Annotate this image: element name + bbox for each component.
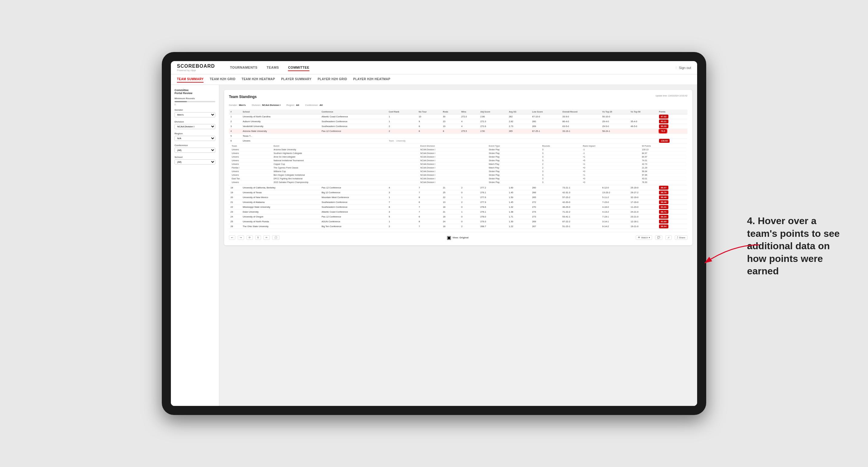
table-row[interactable]: 23 Duke University Atlantic Coast Confer… [229, 210, 687, 214]
table-row[interactable]: 20 University of New Mexico Mountain Wes… [229, 195, 687, 200]
table-row[interactable]: 25 University of North Florida ASUN Conf… [229, 219, 687, 224]
watch-button[interactable]: 👁 Watch ▾ [636, 235, 652, 240]
conf-rank-cell: 4 [387, 185, 417, 190]
table-row[interactable]: 5 Texas T... [229, 134, 687, 138]
avg-cell: 262 [507, 114, 530, 119]
event-team: Univers [230, 159, 272, 162]
sign-out-link[interactable]: Sign out [679, 66, 691, 69]
points-cell[interactable]: 97.02 [657, 114, 687, 119]
points-cell[interactable]: 88.07 [657, 185, 687, 190]
points-cell[interactable]: 88.94 [657, 224, 687, 229]
division-pill-value: NCAA Division I [262, 104, 281, 106]
redo-button[interactable]: ↪ [238, 235, 244, 240]
table-row[interactable]: 19 University of Texas Big 12 Conference… [229, 190, 687, 195]
division-select[interactable]: NCAA Division I [175, 124, 215, 129]
side-panel: CommitteePortal Review Minimum Rounds 0 … [171, 85, 219, 406]
col-low-score: Low Score [531, 110, 561, 114]
points-cell[interactable]: 88.70 [657, 190, 687, 195]
low-cell: 266 [531, 190, 561, 195]
nav-committee[interactable]: COMMITTEE [288, 64, 309, 71]
vs50-cell: 25-19-0 [629, 185, 657, 190]
event-points: 97.86 [641, 173, 686, 177]
event-type: Stroke Play [488, 181, 541, 184]
adj-cell: 268.7 [479, 224, 507, 229]
event-rank: +0 [582, 177, 641, 181]
school-cell: Vanderbilt University [241, 124, 320, 129]
points-cell[interactable]: 79.5 [657, 129, 687, 134]
points-cell[interactable] [657, 134, 687, 138]
event-name: DFCC Fighting Illini Invitational [272, 177, 419, 181]
sub-nav-player-summary[interactable]: PLAYER SUMMARY [281, 76, 311, 83]
conference-pill-value: All [320, 104, 323, 106]
reset-button[interactable]: ⟳ [247, 235, 253, 240]
nav-tournaments[interactable]: TOURNAMENTS [230, 64, 258, 71]
sub-nav-team-h2h-heatmap[interactable]: TEAM H2H HEATMAP [242, 76, 275, 83]
sub-nav-team-summary[interactable]: TEAM SUMMARY [177, 76, 204, 83]
points-value: 97.02 [659, 115, 669, 119]
wins-cell: 0 [460, 205, 479, 210]
col-vs50: Vs Top 50 [629, 110, 657, 114]
event-name: Arizona State University [272, 148, 419, 152]
points-cell[interactable]: 83.41 [657, 205, 687, 210]
table-row[interactable]: 18 University of California, Berkeley Pa… [229, 185, 687, 190]
points-cell[interactable]: 83.89 [657, 219, 687, 224]
share-icon: ⤴ [677, 236, 678, 239]
col-event: Event [272, 144, 419, 148]
table-row[interactable]: 4 Arizona State University Pac-12 Confer… [229, 129, 687, 134]
table-row[interactable]: 26 The Ohio State University Big Ten Con… [229, 224, 687, 229]
conf-rank-cell: 1 [387, 219, 417, 224]
avg-cell: 1.22 [507, 224, 530, 229]
conference-select[interactable]: (All) [175, 148, 215, 153]
min-rounds-slider[interactable] [175, 101, 215, 102]
gender-pill: Gender: Men's [229, 104, 246, 106]
table-row[interactable]: 24 University of Oregon Pac-12 Conferenc… [229, 214, 687, 219]
conf-rank-cell: 1 [387, 195, 417, 200]
tour-cell: 6 [417, 214, 441, 219]
overall-cell: 33-9-0 [561, 114, 601, 119]
points-cell[interactable]: 88.71 [657, 210, 687, 214]
conf-rank-cell: 2 [387, 124, 417, 129]
event-row: Univers Ben Hogan Collegiate Invitationa… [230, 173, 686, 177]
school-cell: Arizona State University [241, 129, 320, 134]
tour-cell [417, 134, 441, 138]
gender-select[interactable]: Men's Women's [175, 112, 215, 117]
table-row[interactable]: 2 Auburn University Southeastern Confere… [229, 119, 687, 124]
table-row[interactable]: 21 University of Alabama Southeastern Co… [229, 200, 687, 205]
event-row: Univers Copper Cup NCAA Division I Match… [230, 162, 686, 166]
col-team: Team [230, 144, 272, 148]
sub-nav: TEAM SUMMARY TEAM H2H GRID TEAM H2H HEAT… [171, 74, 697, 85]
col-conference: Conference [320, 110, 387, 114]
nav-teams[interactable]: TEAMS [267, 64, 279, 71]
points-cell[interactable]: 138.63 [657, 138, 687, 143]
points-cell[interactable]: 88.48 [657, 200, 687, 205]
col-conf-rank: Conf Rank [387, 110, 417, 114]
sub-nav-player-h2h-grid[interactable]: PLAYER H2H GRID [317, 76, 347, 83]
table-row[interactable]: 1 University of North Carolina Atlantic … [229, 114, 687, 119]
points-value: 88.34 [659, 215, 669, 219]
adj-cell: 278.0 [479, 214, 507, 219]
copy-button[interactable]: ⎘ [255, 235, 261, 240]
sub-nav-player-h2h-heatmap[interactable]: PLAYER H2H HEATMAP [353, 76, 391, 83]
expand-button[interactable]: ⤢ [665, 235, 672, 240]
low-cell: 260 [531, 185, 561, 190]
table-row[interactable]: 22 Mississippi State University Southeas… [229, 205, 687, 210]
points-cell[interactable]: 88.34 [657, 214, 687, 219]
region-select[interactable]: N/A [175, 136, 215, 141]
event-points: 130-13 [641, 148, 686, 152]
undo-button[interactable]: ↩ [229, 235, 235, 240]
event-points: 84.97 [641, 155, 686, 159]
table-row[interactable]: 3 Vanderbilt University Southeastern Con… [229, 124, 687, 129]
comment-button[interactable]: 💬 [655, 235, 662, 240]
draw-button[interactable]: ✏ [264, 235, 270, 240]
school-select[interactable]: (All) [175, 159, 215, 164]
points-cell[interactable]: 90.20 [657, 124, 687, 129]
share-button[interactable]: ⤴ Share [675, 235, 687, 240]
time-button[interactable]: 🕐 [272, 235, 279, 240]
points-cell[interactable]: 93.31 [657, 119, 687, 124]
table-row[interactable]: 6 Univers Team University 138.63 [229, 138, 687, 143]
event-team: Univers [230, 170, 272, 173]
event-rounds: 3 [541, 181, 582, 184]
points-cell[interactable]: 88.49 [657, 195, 687, 200]
low-cell: 260 [531, 119, 561, 124]
sub-nav-team-h2h-grid[interactable]: TEAM H2H GRID [210, 76, 235, 83]
